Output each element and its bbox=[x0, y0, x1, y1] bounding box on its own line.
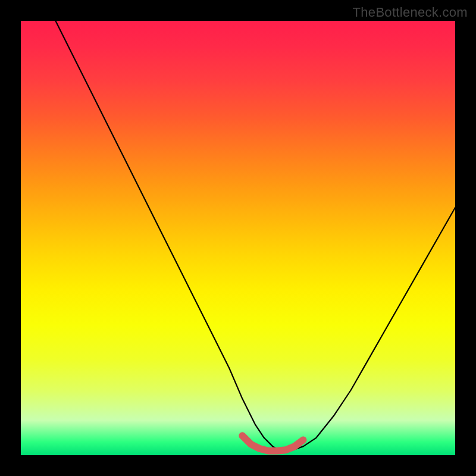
flat-region-marker bbox=[242, 436, 303, 451]
chart-frame: TheBottleneck.com bbox=[0, 0, 476, 476]
plot-area bbox=[21, 21, 455, 455]
curve-layer bbox=[21, 21, 455, 455]
watermark-text: TheBottleneck.com bbox=[353, 5, 468, 20]
bottleneck-curve bbox=[55, 21, 455, 451]
